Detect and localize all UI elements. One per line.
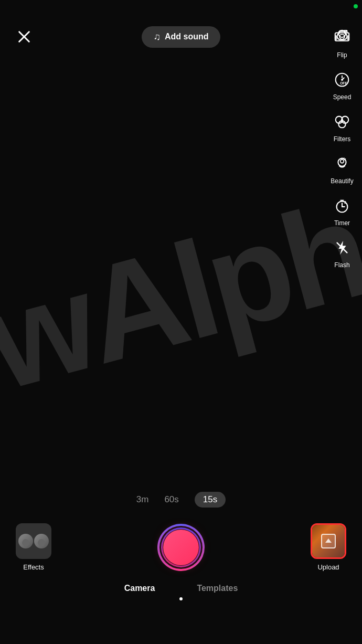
- effects-button[interactable]: Effects: [16, 523, 51, 571]
- close-icon: [17, 29, 31, 44]
- upload-button[interactable]: Upload: [311, 523, 346, 571]
- flip-icon: [331, 26, 354, 49]
- filters-icon: [331, 110, 354, 133]
- face-1: [18, 534, 33, 548]
- svg-point-6: [341, 79, 343, 81]
- duration-15s[interactable]: 15s: [195, 492, 226, 508]
- status-dot: [354, 4, 358, 8]
- record-inner: [163, 530, 199, 565]
- camera-controls: Effects Upload: [0, 518, 362, 576]
- beautify-label: Beautify: [331, 177, 353, 185]
- svg-text:OFF: OFF: [340, 81, 347, 85]
- bottom-tabs: Camera Templates: [0, 576, 362, 597]
- upload-icon: [321, 534, 336, 548]
- upload-overlay: [312, 525, 345, 557]
- speed-icon: OFF: [331, 68, 354, 91]
- tab-indicator: [0, 597, 362, 606]
- flash-icon: [331, 236, 354, 259]
- timer-icon: 3: [331, 194, 354, 217]
- close-button[interactable]: [13, 25, 36, 48]
- flip-label: Flip: [337, 51, 347, 59]
- add-sound-label: Add sound: [165, 32, 209, 41]
- flash-label: Flash: [334, 261, 349, 269]
- speed-button[interactable]: OFF Speed: [331, 68, 354, 101]
- effects-label: Effects: [23, 563, 44, 571]
- effects-thumbnail: [16, 523, 51, 559]
- flash-button[interactable]: Flash: [331, 236, 354, 269]
- effects-faces: [18, 534, 49, 548]
- tab-templates[interactable]: Templates: [197, 584, 238, 593]
- add-sound-button[interactable]: ♫ Add sound: [142, 26, 220, 48]
- filters-button[interactable]: Filters: [331, 110, 354, 143]
- duration-selector: 3m 60s 15s: [0, 487, 362, 518]
- duration-60s[interactable]: 60s: [164, 494, 178, 505]
- svg-text:3: 3: [344, 200, 346, 205]
- upload-label: Upload: [317, 563, 339, 571]
- tab-dot-active: [179, 597, 183, 600]
- bottom-section: 3m 60s 15s Effects: [0, 487, 362, 644]
- watermark: wAlph: [0, 52, 362, 539]
- beautify-button[interactable]: Beautify: [331, 152, 354, 185]
- speed-label: Speed: [333, 93, 352, 101]
- tab-camera[interactable]: Camera: [124, 584, 155, 593]
- music-icon: ♫: [153, 31, 161, 43]
- record-button[interactable]: [157, 524, 205, 571]
- right-toolbar: Flip OFF Speed Filters: [331, 26, 354, 269]
- timer-button[interactable]: 3 Timer: [331, 194, 354, 227]
- face-2: [34, 534, 49, 548]
- top-bar: ♫ Add sound: [0, 0, 362, 58]
- filters-label: Filters: [334, 135, 351, 143]
- duration-3m[interactable]: 3m: [136, 494, 149, 505]
- flip-button[interactable]: Flip: [331, 26, 354, 59]
- beautify-icon: [331, 152, 354, 175]
- timer-label: Timer: [334, 219, 350, 227]
- svg-point-12: [340, 160, 344, 163]
- upload-thumbnail: [311, 523, 346, 559]
- record-button-container: [157, 524, 205, 571]
